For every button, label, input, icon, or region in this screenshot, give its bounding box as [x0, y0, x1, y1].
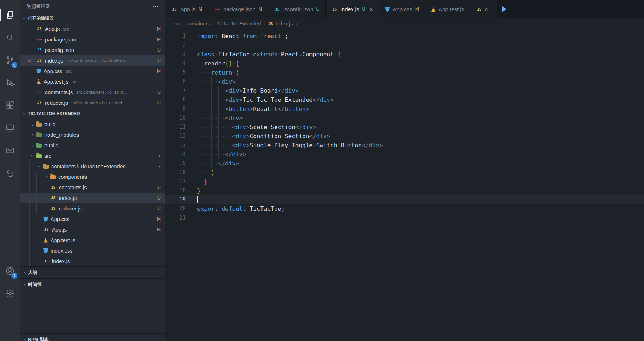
css-file-icon: [43, 217, 48, 222]
activity-settings[interactable]: [0, 282, 20, 305]
tab[interactable]: JSc: [470, 0, 497, 18]
code-line[interactable]: 20export·default·TicTacToe;: [165, 204, 644, 213]
tree-file-item[interactable]: JSreducer.jsU: [20, 203, 165, 214]
line-number[interactable]: 3: [165, 50, 186, 59]
tree-file-item[interactable]: App.test.js: [20, 235, 165, 245]
breadcrumb-item[interactable]: TicTacToeExtended: [217, 21, 261, 27]
code-line[interactable]: 18}: [165, 186, 644, 195]
code-token: <: [225, 104, 229, 113]
code-editor[interactable]: 1import·React·from·'react';23class·TicTa…: [165, 29, 644, 341]
code-line[interactable]: 9········<button>Resatrt</button>: [165, 104, 644, 113]
tree-file-item[interactable]: index.css: [20, 245, 165, 256]
code-line[interactable]: 12··········<div>Condition·Section</div>: [165, 132, 644, 141]
tree-folder-item[interactable]: ›src●: [20, 151, 165, 161]
tree-folder-item[interactable]: ›node_modules: [20, 129, 165, 140]
tab[interactable]: npmpackage.jsonM: [208, 0, 268, 18]
line-number[interactable]: 20: [165, 204, 186, 213]
line-number[interactable]: 18: [165, 186, 186, 195]
code-line[interactable]: 17··}: [165, 177, 644, 186]
activity-account[interactable]: 1: [0, 260, 20, 282]
line-number[interactable]: 14: [165, 150, 186, 159]
code-token: React.Component: [281, 50, 334, 59]
close-icon[interactable]: ✕: [369, 7, 373, 12]
activity-explorer[interactable]: [0, 4, 20, 26]
tree-file-item[interactable]: JSindex.js: [20, 256, 165, 266]
tab[interactable]: App.cssM: [379, 0, 425, 18]
tree-file-item[interactable]: App.cssM: [20, 214, 165, 224]
activity-undo[interactable]: [0, 161, 20, 184]
open-editor-item[interactable]: JSreducer.jssrc\containers\TicTacToeE...…: [20, 97, 165, 108]
line-number[interactable]: 4: [165, 59, 186, 68]
line-number[interactable]: 10: [165, 113, 186, 123]
activity-source-control[interactable]: 9: [0, 49, 20, 71]
code-line[interactable]: 10········<div>: [165, 113, 644, 123]
code-line[interactable]: 5····return·(: [165, 68, 644, 77]
code-line[interactable]: 21: [165, 213, 644, 222]
code-line[interactable]: 14········</div>: [165, 150, 644, 159]
line-number[interactable]: 6: [165, 77, 186, 86]
code-line[interactable]: 15······</div>: [165, 159, 644, 168]
code-line[interactable]: 8········<div>Tic·Tac·Toe·Extended</div>: [165, 95, 644, 104]
line-number[interactable]: 19: [165, 195, 186, 204]
tab[interactable]: JSindex.jsU✕: [326, 0, 380, 18]
breadcrumb-item[interactable]: containers: [186, 21, 210, 27]
project-section-header[interactable]: › TIC-TAC-TOE-EXTENDED: [20, 108, 165, 119]
tree-folder-item[interactable]: ›build: [20, 119, 165, 129]
code-line[interactable]: 4··render()·{: [165, 59, 644, 68]
open-editor-item[interactable]: npmpackage.jsonM: [20, 34, 165, 45]
code-line[interactable]: 1import·React·from·'react';: [165, 32, 644, 41]
activity-remote-explorer[interactable]: [0, 116, 20, 139]
tab[interactable]: App.test.js: [425, 0, 470, 18]
line-number[interactable]: 9: [165, 104, 186, 113]
code-text: ··········<div>Scale·Section</div>: [197, 123, 316, 132]
open-editor-item[interactable]: App.test.jssrc: [20, 76, 165, 87]
line-number[interactable]: 15: [165, 159, 186, 168]
panel-header[interactable]: ›大纲: [20, 266, 165, 278]
line-number[interactable]: 17: [165, 177, 186, 186]
line-number[interactable]: 12: [165, 132, 186, 141]
run-code-button[interactable]: [502, 6, 507, 12]
code-line[interactable]: 3class·TicTacToe·extends·React.Component…: [165, 50, 644, 59]
line-number[interactable]: 1: [165, 32, 186, 41]
activity-extensions[interactable]: [0, 94, 20, 116]
line-number[interactable]: 11: [165, 123, 186, 132]
panel-header[interactable]: ›NPM 脚本: [20, 333, 165, 341]
tree-folder-item[interactable]: ›components: [20, 172, 165, 182]
tree-folder-item[interactable]: ›containers \ TicTacToeExtended●: [20, 161, 165, 172]
open-editor-item[interactable]: JSApp.jssrcM: [20, 24, 165, 34]
activity-mail[interactable]: [0, 139, 20, 161]
line-number[interactable]: 5: [165, 68, 186, 77]
code-line[interactable]: 6······<div>: [165, 77, 644, 86]
open-editor-item[interactable]: ✕JSindex.jssrc\containers\TicTacToeExte.…: [20, 55, 165, 66]
line-number[interactable]: 16: [165, 168, 186, 177]
tree-file-item[interactable]: JSApp.jsM: [20, 224, 165, 235]
more-actions-icon[interactable]: ⋯: [152, 3, 159, 10]
breadcrumb-item[interactable]: JSindex.js: [268, 21, 293, 27]
open-editor-item[interactable]: JSjsconfig.jsonU: [20, 45, 165, 55]
line-number[interactable]: 21: [165, 213, 186, 222]
code-line[interactable]: 13··········<div>Single·Play·Toggle·Swit…: [165, 141, 644, 150]
open-editor-item[interactable]: App.csssrcM: [20, 66, 165, 76]
code-line[interactable]: 16····): [165, 168, 644, 177]
breadcrumb-item[interactable]: src: [173, 21, 180, 27]
open-editors-header[interactable]: › 打开的编辑器: [20, 13, 165, 24]
activity-run-debug[interactable]: [0, 71, 20, 94]
line-number[interactable]: 2: [165, 41, 186, 50]
tree-folder-item[interactable]: ›public: [20, 140, 165, 151]
code-line[interactable]: 7········<div>Info·Board</div>: [165, 86, 644, 95]
breadcrumb-item[interactable]: ...: [300, 21, 304, 27]
tree-file-item[interactable]: JSindex.jsU: [20, 193, 165, 203]
code-line[interactable]: 19: [165, 195, 644, 204]
line-number[interactable]: 7: [165, 86, 186, 95]
activity-search[interactable]: [0, 26, 20, 49]
tab[interactable]: JSjsconfig.jsonU: [268, 0, 326, 18]
open-editor-item[interactable]: JSconstants.jssrc\containers\TicTacTo...…: [20, 87, 165, 97]
code-line[interactable]: 11··········<div>Scale·Section</div>: [165, 123, 644, 132]
code-line[interactable]: 2: [165, 41, 644, 50]
tab[interactable]: JSApp.jsM: [165, 0, 208, 18]
tree-file-item[interactable]: JSconstants.jsU: [20, 182, 165, 193]
line-number[interactable]: 8: [165, 95, 186, 104]
close-icon[interactable]: ✕: [27, 58, 36, 63]
line-number[interactable]: 13: [165, 141, 186, 150]
panel-header[interactable]: ›时间线: [20, 278, 165, 290]
